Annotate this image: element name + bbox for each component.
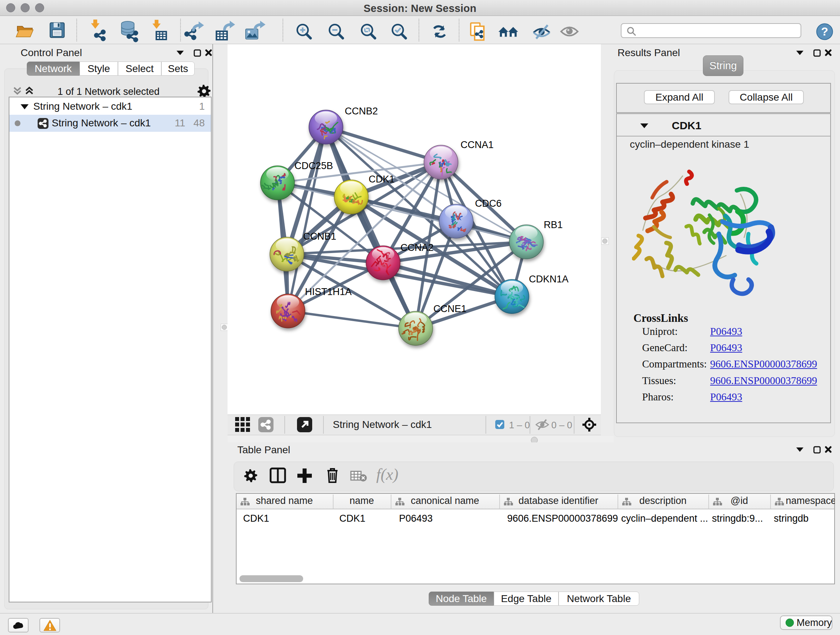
svg-text:CDC6: CDC6: [475, 198, 502, 209]
svg-text:CDK1: CDK1: [369, 174, 395, 185]
svg-text:CCNA2: CCNA2: [401, 242, 434, 253]
svg-text:CDC25B: CDC25B: [294, 160, 333, 171]
svg-text:CCNB2: CCNB2: [345, 106, 378, 117]
svg-text:CDKN1A: CDKN1A: [529, 274, 569, 285]
svg-text:?: ?: [821, 25, 829, 38]
svg-text:HIST1H1A: HIST1H1A: [305, 287, 352, 297]
svg-text:CCNB1: CCNB1: [303, 231, 336, 242]
svg-text:RB1: RB1: [544, 219, 563, 230]
svg-text:CCNA1: CCNA1: [461, 139, 494, 150]
svg-text:CCNE1: CCNE1: [433, 303, 467, 314]
